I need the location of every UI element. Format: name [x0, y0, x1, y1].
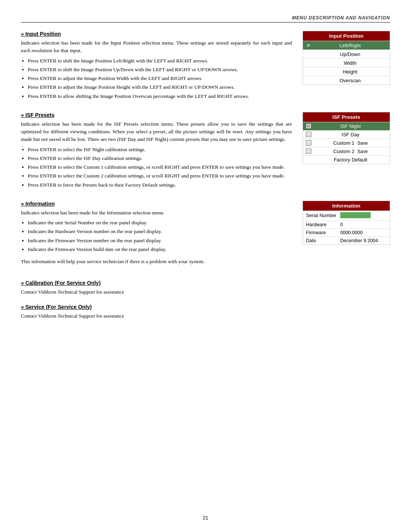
isf-presets-left: ISF Presets Indicates selection has been…	[21, 112, 292, 190]
bullet-item: Press ENTER to shift the Image Position …	[28, 57, 292, 65]
input-position-menu-panel: Input Position > Left/Right Up/Down Widt…	[303, 31, 390, 85]
selected-arrow: >	[307, 42, 312, 48]
isf-checkbox-custom1: □	[306, 140, 311, 145]
input-position-left: Input Position Indicates selection has b…	[21, 31, 292, 101]
panel-row-overscan: Overscan	[303, 76, 390, 85]
panel-row-label: Overscan	[314, 78, 386, 83]
page-number: 21	[203, 515, 208, 521]
info-value-firmware: 0000.0000	[340, 230, 387, 235]
info-value-hardware: 0	[340, 222, 387, 227]
panel-row-label: Up/Down	[314, 51, 386, 57]
isf-label-night: ISF Night	[314, 123, 387, 129]
bullet-item: Indicates the Firmware Version build dat…	[28, 246, 292, 253]
bullet-item: Press ENTER to adjust the Image Position…	[28, 75, 292, 82]
info-value-date: December 9 2004	[340, 238, 387, 243]
information-menu-panel: Information Serial Number Hardware 0 Fir…	[303, 201, 390, 245]
info-row-firmware: Firmware 0000.0000	[303, 228, 390, 236]
bullet-item: Indicates the Hardware Version number on…	[28, 228, 292, 235]
bullet-item: Press ENTER to select the Custom 2 calib…	[28, 172, 292, 180]
calibration-body: Contact Vidikron Technical Support for a…	[21, 288, 390, 296]
calibration-section: Calibration (For Service Only) Contact V…	[21, 280, 390, 296]
input-position-intro: Indicates selection has been made for th…	[21, 39, 292, 55]
no-arrow	[307, 60, 312, 66]
isf-label-custom1: Custom 1 Save	[314, 140, 387, 146]
isf-presets-intro: Indicates selection has been made for th…	[21, 120, 292, 144]
panel-row-height: Height	[303, 67, 390, 76]
isf-row-factory: Factory Default	[303, 155, 390, 164]
no-arrow	[307, 69, 312, 75]
header-text: Menu Description and Navigation	[21, 15, 390, 21]
custom2-label: Custom 2	[333, 149, 355, 154]
isf-checkbox-night: ☒	[306, 123, 311, 129]
header-rule	[21, 22, 390, 22]
service-section: Service (For Service Only) Contact Vidik…	[21, 304, 390, 320]
bullet-item: Press ENTER to adjust the Image Position…	[28, 83, 292, 91]
isf-checkbox-day: □	[306, 132, 311, 137]
panel-row-updown: Up/Down	[303, 50, 390, 58]
info-label-hardware: Hardware	[306, 222, 340, 227]
isf-presets-section: ISF Presets Indicates selection has been…	[21, 112, 390, 190]
isf-presets-title: ISF Presets	[21, 112, 292, 118]
info-row-serial: Serial Number	[303, 211, 390, 220]
information-intro: Indicates selection has been made for th…	[21, 209, 292, 217]
panel-row-label: Height	[314, 69, 386, 75]
custom1-label: Custom 1	[333, 140, 355, 146]
input-position-panel-header: Input Position	[303, 31, 390, 41]
information-panel-header: Information	[303, 201, 390, 211]
panel-row-label: Width	[314, 60, 386, 66]
input-position-bullets: Press ENTER to shift the Image Position …	[28, 57, 292, 100]
isf-label-factory: Factory Default	[314, 157, 387, 163]
isf-row-custom2: □ Custom 2 Save	[303, 147, 390, 155]
custom1-save: Save	[357, 141, 368, 146]
no-arrow	[307, 77, 312, 83]
info-row-date: Date December 9 2004	[303, 236, 390, 244]
isf-presets-panel-header: ISF Presets	[303, 112, 390, 122]
isf-row-day: □ ISF Day	[303, 130, 390, 139]
information-bullets: Indicates the unit Serial Number on the …	[28, 219, 292, 253]
info-label-date: Date	[306, 238, 340, 243]
bullet-item: Press ENTER to select the Custom 1 calib…	[28, 163, 292, 171]
no-arrow	[307, 51, 312, 57]
isf-label-custom2: Custom 2 Save	[314, 149, 387, 154]
information-note: This information will help your service …	[21, 258, 292, 265]
panel-row-width: Width	[303, 58, 390, 67]
information-section: Information Indicates selection has been…	[21, 201, 390, 270]
input-position-title: Input Position	[21, 31, 292, 37]
information-panel: Information Serial Number Hardware 0 Fir…	[303, 201, 390, 252]
isf-presets-bullets: Press ENTER to select the ISF Night cali…	[28, 146, 292, 189]
serial-number-bar	[340, 212, 371, 218]
isf-label-day: ISF Day	[314, 132, 387, 137]
isf-row-night: ☒ ISF Night	[303, 122, 390, 130]
bullet-item: Press ENTER to select the ISF Day calibr…	[28, 155, 292, 162]
panel-row-leftright: > Left/Right	[303, 41, 390, 50]
calibration-title: Calibration (For Service Only)	[21, 280, 390, 286]
information-title: Information	[21, 201, 292, 207]
bullet-item: Press ENTER to allow shifting the Image …	[28, 93, 292, 100]
custom2-save: Save	[357, 149, 368, 154]
bullet-item: Press ENTER to shift the Image Position …	[28, 66, 292, 73]
bullet-item: Indicates the unit Serial Number on the …	[28, 219, 292, 227]
info-value-serial	[340, 212, 387, 219]
isf-presets-panel: ISF Presets ☒ ISF Night □ ISF Day □ Cust…	[303, 112, 390, 171]
info-label-serial: Serial Number	[306, 213, 340, 218]
input-position-panel: Input Position > Left/Right Up/Down Widt…	[303, 31, 390, 92]
service-title: Service (For Service Only)	[21, 304, 390, 310]
bullet-item: Press ENTER to force the Presets back to…	[28, 181, 292, 189]
isf-row-custom1: □ Custom 1 Save	[303, 139, 390, 147]
bullet-item: Indicates the Firmware Version number on…	[28, 237, 292, 244]
input-position-section: Input Position Indicates selection has b…	[21, 31, 390, 101]
panel-row-label: Left/Right	[314, 43, 386, 48]
isf-checkbox-custom2: □	[306, 149, 311, 154]
page: Menu Description and Navigation Input Po…	[0, 0, 411, 532]
info-label-firmware: Firmware	[306, 230, 340, 235]
isf-presets-menu-panel: ISF Presets ☒ ISF Night □ ISF Day □ Cust…	[303, 112, 390, 164]
service-body: Contact Vidikron Technical Support for a…	[21, 312, 390, 320]
bullet-item: Press ENTER to select the ISF Night cali…	[28, 146, 292, 153]
info-row-hardware: Hardware 0	[303, 220, 390, 228]
information-left: Information Indicates selection has been…	[21, 201, 292, 270]
